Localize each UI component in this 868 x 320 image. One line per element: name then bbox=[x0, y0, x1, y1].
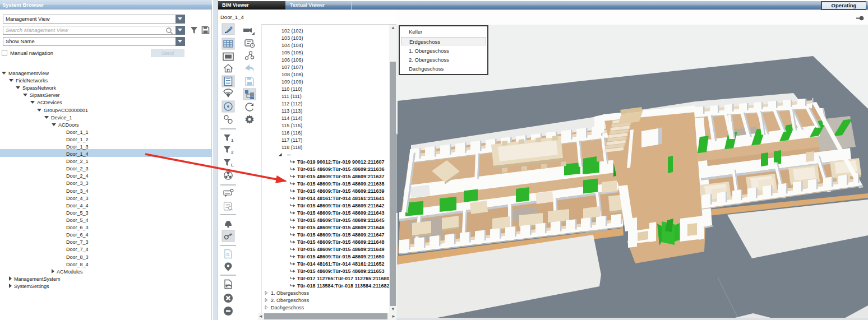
svg-text:1: 1 bbox=[231, 138, 234, 143]
svg-text:2: 2 bbox=[231, 150, 234, 155]
svg-text:D: D bbox=[227, 252, 230, 257]
svg-text:L: L bbox=[231, 163, 234, 168]
